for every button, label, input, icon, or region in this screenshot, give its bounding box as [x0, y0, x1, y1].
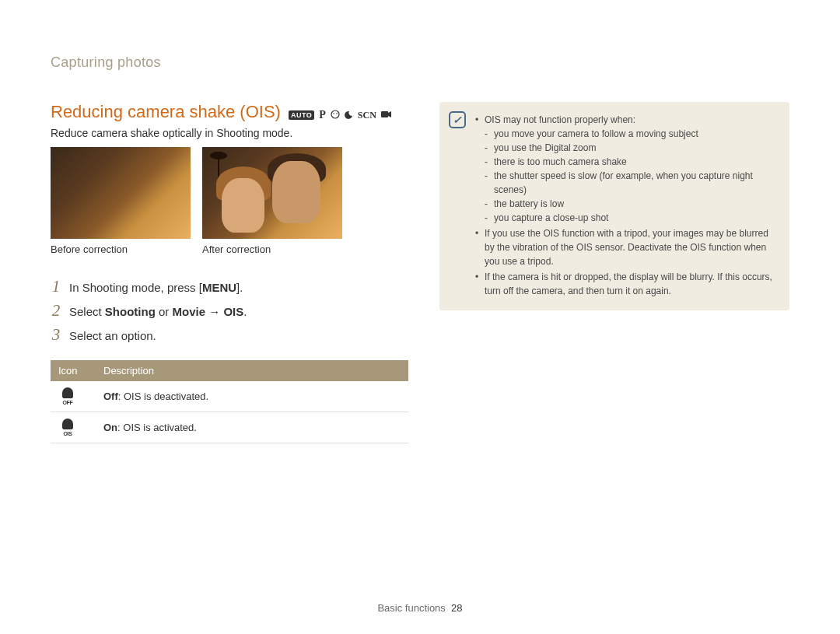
note-lead: OIS may not function properly when: — [485, 114, 635, 125]
photo-before — [51, 147, 191, 239]
table-head-desc: Description — [96, 360, 408, 381]
note-sub-item: there is too much camera shake — [485, 155, 777, 169]
step-text: In Shooting mode, press [MENU]. — [69, 281, 408, 294]
table-row: Off: OIS is deactivated. — [51, 381, 408, 412]
note-bullet: If the camera is hit or dropped, the dis… — [475, 270, 777, 298]
caption-after: After correction — [202, 243, 342, 255]
mode-night-icon — [345, 110, 353, 121]
note-bullet: If you use the OIS function with a tripo… — [475, 226, 777, 268]
table-head-icon: Icon — [51, 360, 96, 381]
step-number: 1 — [51, 277, 61, 296]
section-title: Reducing camera shake (OIS) — [51, 102, 281, 122]
ois-on-icon — [58, 419, 77, 434]
step-text: Select an option. — [69, 329, 408, 342]
note-icon: ✓ — [449, 111, 466, 128]
mode-badges: AUTO P SCN — [289, 109, 392, 121]
note-box: ✓ OIS may not function properly when: yo… — [439, 102, 789, 310]
step-number: 2 — [51, 301, 61, 321]
mode-movie-icon — [381, 110, 392, 120]
note-sub-item: you capture a close-up shot — [485, 211, 777, 225]
note-sub-item: you use the Digital zoom — [485, 141, 777, 155]
note-sub-item: you move your camera to follow a moving … — [485, 127, 777, 141]
steps-list: 1 In Shooting mode, press [MENU]. 2 Sele… — [51, 277, 408, 345]
table-row: On: OIS is activated. — [51, 412, 408, 443]
mode-scn-icon: SCN — [358, 110, 376, 121]
page-footer: Basic functions 28 — [0, 602, 840, 614]
note-sub-item: the shutter speed is slow (for example, … — [485, 169, 777, 197]
svg-rect-3 — [381, 111, 388, 117]
svg-point-1 — [333, 113, 334, 114]
intro-text: Reduce camera shake optically in Shootin… — [51, 127, 408, 139]
mode-beauty-icon — [331, 110, 340, 121]
options-table: Icon Description Off: OIS is deactivated… — [51, 360, 408, 443]
photo-after — [202, 147, 342, 239]
ois-off-icon — [58, 387, 77, 403]
svg-point-0 — [331, 110, 339, 118]
caption-before: Before correction — [51, 243, 191, 255]
mode-p-icon: P — [319, 109, 326, 121]
note-sub-item: the battery is low — [485, 197, 777, 211]
svg-point-2 — [336, 113, 338, 114]
mode-auto-icon: AUTO — [289, 110, 314, 120]
step-text: Select Shooting or Movie → OIS. — [69, 305, 408, 318]
step-number: 3 — [51, 325, 61, 345]
breadcrumb: Capturing photos — [51, 54, 789, 71]
